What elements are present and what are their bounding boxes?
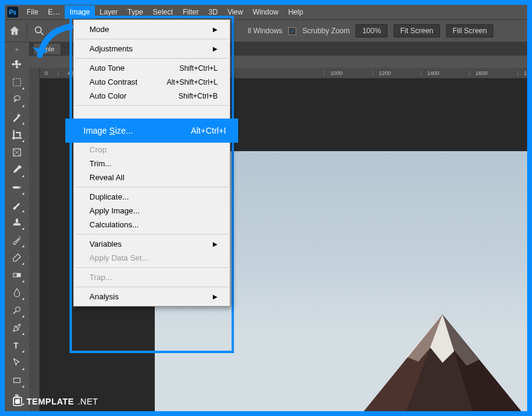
clone-stamp-tool[interactable] [9, 215, 25, 230]
svg-rect-20 [15, 399, 20, 404]
healing-brush-tool[interactable] [9, 180, 25, 195]
svg-rect-2 [13, 79, 21, 86]
pen-tool[interactable] [9, 320, 25, 336]
magic-wand-tool[interactable] [9, 109, 25, 125]
app-logo: Ps [7, 7, 18, 18]
marquee-tool[interactable] [9, 74, 25, 90]
watermark-brand: TEMPLATE [27, 397, 74, 406]
fill-screen-button[interactable]: Fill Screen [446, 24, 494, 37]
menu-window[interactable]: Window [248, 5, 284, 19]
rectangle-tool[interactable] [9, 372, 25, 388]
move-tool[interactable] [9, 57, 25, 73]
svg-point-10 [16, 307, 21, 312]
watermark-icon [12, 396, 23, 407]
scrubby-zoom-checkbox[interactable]: ✓ [288, 27, 296, 35]
menu-item-auto-tone[interactable]: Auto ToneShift+Ctrl+L [74, 61, 230, 75]
menu-item-label: Image Size... [83, 126, 133, 135]
submenu-arrow-icon: ▶ [213, 293, 218, 300]
mountain-graphic [340, 302, 521, 411]
frame-tool[interactable] [9, 145, 25, 160]
menu-item-apply-image[interactable]: Apply Image... [74, 204, 230, 218]
eyedropper-tool[interactable] [9, 162, 25, 178]
menu-item-auto-color[interactable]: Auto ColorShift+Ctrl+B [74, 89, 230, 103]
tools-panel: » T [5, 42, 29, 411]
svg-point-7 [19, 187, 21, 189]
brush-tool[interactable] [9, 197, 25, 213]
blur-tool[interactable] [9, 285, 25, 301]
watermark-suffix: .NET [77, 397, 98, 406]
menu-item-auto-contrast[interactable]: Auto ContrastAlt+Shift+Ctrl+L [74, 75, 230, 89]
svg-rect-13 [14, 378, 21, 383]
image-dropdown-menu: Mode▶ Adjustments▶ Auto ToneShift+Ctrl+L… [73, 19, 230, 307]
menu-item-mode[interactable]: Mode▶ [74, 22, 230, 36]
crop-tool[interactable] [9, 127, 25, 143]
menu-item-reveal-all[interactable]: Reveal All [74, 171, 230, 184]
home-icon[interactable] [8, 25, 21, 37]
menu-item-duplicate[interactable]: Duplicate... [74, 190, 230, 204]
submenu-arrow-icon: ▶ [213, 45, 218, 52]
app-frame: Ps File E… Image Layer Type Select Filte… [5, 5, 527, 411]
menu-item-adjustments[interactable]: Adjustments▶ [74, 42, 230, 56]
svg-text:T: T [14, 342, 19, 350]
menu-item-calculations[interactable]: Calculations... [74, 218, 230, 232]
path-selection-tool[interactable] [9, 355, 25, 371]
vertical-ruler [29, 68, 40, 411]
annotation-arrow [28, 22, 76, 73]
menu-item-trim[interactable]: Trim... [74, 157, 230, 171]
menu-item-trap: Trap... [74, 270, 230, 284]
submenu-arrow-icon: ▶ [213, 241, 218, 247]
menu-edit[interactable]: E… [43, 5, 65, 19]
watermark: TEMPLATE.NET [12, 396, 98, 407]
menu-item-image-size[interactable]: Image Size... Alt+Ctrl+I [65, 119, 238, 143]
menu-item-shortcut: Alt+Ctrl+I [191, 126, 226, 135]
zoom-pct-field[interactable]: 100% [355, 24, 388, 37]
type-tool[interactable]: T [9, 337, 25, 353]
menu-item-analysis[interactable]: Analysis▶ [74, 290, 230, 304]
svg-line-11 [13, 311, 16, 314]
menu-file[interactable]: File [22, 5, 43, 19]
resize-windows-label: ll Windows [248, 27, 282, 35]
eraser-tool[interactable] [9, 250, 25, 265]
fit-screen-button[interactable]: Fit Screen [394, 24, 440, 37]
svg-rect-6 [13, 187, 19, 189]
dodge-tool[interactable] [9, 302, 25, 318]
menu-item-crop: Crop [74, 143, 230, 157]
collapse-chevrons-icon[interactable]: » [15, 46, 19, 53]
divider [27, 23, 27, 39]
scrubby-zoom-label: Scrubby Zoom [302, 27, 349, 35]
menu-item-apply-data-set: Apply Data Set... [74, 251, 230, 265]
menu-item-variables[interactable]: Variables▶ [74, 237, 230, 251]
submenu-arrow-icon: ▶ [213, 26, 218, 33]
menu-help[interactable]: Help [284, 5, 308, 19]
gradient-tool[interactable] [9, 267, 25, 283]
svg-rect-9 [13, 273, 17, 277]
history-brush-tool[interactable] [9, 232, 25, 248]
lasso-tool[interactable] [9, 92, 25, 108]
